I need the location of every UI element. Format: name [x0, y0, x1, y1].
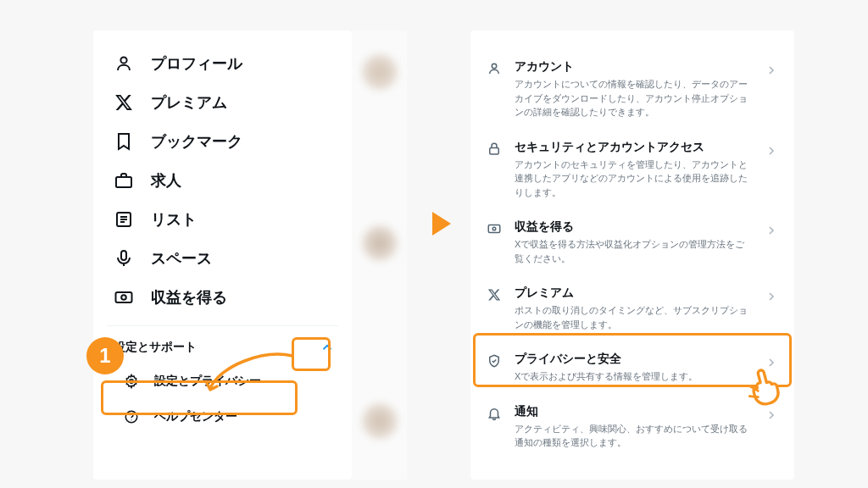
svg-point-5	[121, 295, 126, 300]
person-icon	[114, 53, 134, 74]
svg-rect-10	[490, 147, 499, 154]
support-header[interactable]: 設定とサポート	[93, 331, 352, 363]
pointer-hand-icon	[743, 363, 790, 411]
bookmark-icon	[114, 131, 134, 152]
money-icon	[114, 287, 134, 308]
sidebar-item-lists[interactable]: リスト	[93, 200, 352, 239]
settings-text: 通知 アクティビティ、興味関心、おすすめについて受け取る通知の種類を選択します。	[515, 404, 752, 450]
settings-item-monetize[interactable]: 収益を得る Xで収益を得る方法や収益化オプションの管理方法をご覧ください。	[470, 209, 794, 275]
svg-point-9	[492, 64, 496, 68]
divider	[107, 325, 338, 326]
sidebar-item-label: ブックマーク	[151, 131, 242, 152]
settings-text: セキュリティとアカウントアクセス アカウントのセキュリティを管理したり、アカウン…	[515, 140, 752, 200]
svg-point-0	[120, 57, 126, 63]
chevron-right-icon	[764, 143, 779, 158]
x-logo-icon	[486, 286, 503, 303]
screenshot-stage: プロフィール プレミアム ブックマーク 求人 リスト	[0, 0, 868, 488]
settings-item-title: セキュリティとアカウントアクセス	[515, 140, 752, 155]
settings-item-security[interactable]: セキュリティとアカウントアクセス アカウントのセキュリティを管理したり、アカウン…	[470, 130, 794, 210]
x-logo-icon	[114, 92, 134, 113]
blurred-avatar	[362, 54, 398, 90]
sidebar-item-bookmarks[interactable]: ブックマーク	[93, 122, 352, 161]
settings-text: プライバシーと安全 Xで表示および共有する情報を管理します。	[515, 352, 752, 384]
settings-item-account[interactable]: アカウント アカウントについての情報を確認したり、データのアーカイブをダウンロー…	[470, 49, 794, 130]
chevron-right-icon	[764, 63, 779, 78]
help-icon	[124, 409, 139, 424]
sidebar-item-jobs[interactable]: 求人	[93, 161, 352, 200]
sub-item-label: 設定とプライバシー	[154, 374, 261, 389]
chevron-right-icon	[764, 223, 779, 238]
settings-item-premium[interactable]: プレミアム ポストの取り消しのタイミングなど、サブスクリプションの機能を管理しま…	[470, 275, 794, 341]
sidebar-item-monetize[interactable]: 収益を得る	[93, 278, 352, 317]
svg-rect-11	[488, 225, 500, 233]
settings-item-title: 通知	[515, 404, 752, 419]
sidebar-item-label: 収益を得る	[151, 287, 227, 308]
sidebar-item-label: スペース	[151, 248, 212, 269]
svg-point-12	[492, 227, 496, 230]
sidebar-item-label: リスト	[151, 209, 197, 230]
sidebar-item-label: プレミアム	[151, 92, 227, 113]
support-header-label: 設定とサポート	[114, 340, 197, 355]
blurred-avatar	[362, 403, 398, 439]
list-icon	[114, 209, 134, 230]
svg-rect-3	[121, 251, 126, 260]
sidebar-item-profile[interactable]: プロフィール	[93, 44, 352, 83]
briefcase-icon	[114, 170, 134, 191]
step-arrow-icon	[432, 212, 451, 236]
bell-icon	[486, 405, 503, 422]
microphone-icon	[114, 248, 134, 269]
step-marker: 1	[86, 337, 124, 374]
sub-item-help-center[interactable]: ヘルプセンター	[93, 399, 352, 435]
settings-item-desc: アカウントのセキュリティを管理したり、アカウントと連携したアプリなどのアカウント…	[515, 158, 752, 200]
chevron-up-icon	[320, 340, 335, 355]
sub-item-label: ヘルプセンター	[154, 409, 237, 424]
settings-item-title: プライバシーと安全	[515, 352, 752, 367]
settings-item-title: プレミアム	[515, 286, 752, 301]
settings-item-title: 収益を得る	[515, 219, 752, 235]
coin-icon	[486, 220, 503, 237]
settings-text: アカウント アカウントについての情報を確認したり、データのアーカイブをダウンロー…	[515, 59, 752, 119]
person-icon	[486, 60, 503, 77]
svg-rect-1	[116, 177, 131, 187]
svg-point-6	[130, 380, 134, 384]
settings-item-desc: アカウントについての情報を確認したり、データのアーカイブをダウンロードしたり、ア…	[515, 77, 752, 119]
shield-icon	[486, 352, 503, 369]
lock-icon	[486, 141, 503, 158]
sidebar-item-premium[interactable]: プレミアム	[93, 83, 352, 122]
blurred-feed-column	[352, 30, 407, 480]
sidebar-panel: プロフィール プレミアム ブックマーク 求人 リスト	[93, 30, 352, 480]
svg-point-8	[131, 419, 131, 420]
svg-rect-4	[116, 292, 132, 302]
settings-text: 収益を得る Xで収益を得る方法や収益化オプションの管理方法をご覧ください。	[515, 219, 752, 265]
settings-item-desc: ポストの取り消しのタイミングなど、サブスクリプションの機能を管理します。	[515, 303, 752, 331]
settings-item-title: アカウント	[515, 59, 752, 75]
settings-text: プレミアム ポストの取り消しのタイミングなど、サブスクリプションの機能を管理しま…	[515, 286, 752, 331]
step-marker-number: 1	[99, 344, 110, 368]
sidebar-item-spaces[interactable]: スペース	[93, 239, 352, 278]
settings-item-desc: Xで表示および共有する情報を管理します。	[515, 369, 752, 384]
settings-item-desc: Xで収益を得る方法や収益化オプションの管理方法をご覧ください。	[515, 237, 752, 265]
sidebar-item-label: プロフィール	[151, 53, 242, 74]
sidebar-item-label: 求人	[151, 170, 181, 191]
sub-item-settings-privacy[interactable]: 設定とプライバシー	[93, 363, 352, 399]
chevron-right-icon	[764, 289, 779, 304]
settings-item-desc: アクティビティ、興味関心、おすすめについて受け取る通知の種類を選択します。	[515, 422, 752, 450]
blurred-avatar	[362, 225, 398, 261]
gear-icon	[124, 374, 139, 389]
settings-panel: アカウント アカウントについての情報を確認したり、データのアーカイブをダウンロー…	[470, 30, 794, 480]
